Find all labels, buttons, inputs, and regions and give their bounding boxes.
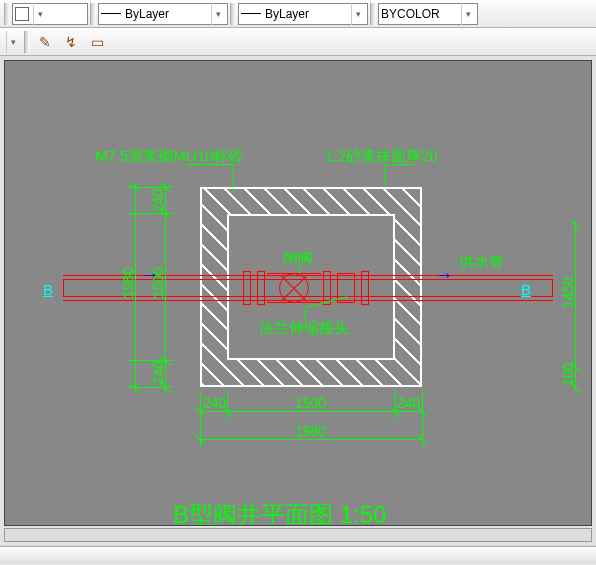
linetype-combo[interactable]: ByLayer ▾ <box>98 3 228 25</box>
layer-iso-icon[interactable]: ▭ <box>86 31 108 53</box>
drawing-canvas[interactable]: M7.5混浆砌MU10标砖 1:2砂浆抹面厚20 闸阀 供水管 法兰伸缩接头 →… <box>4 60 592 526</box>
dim-wall-bot: 240 <box>150 361 166 384</box>
drawing-title: B型阀井平面图 1:50 <box>173 499 386 526</box>
linetype-preview-icon <box>101 13 121 14</box>
dim-right-off: 100 <box>560 363 576 386</box>
color-swatch-icon <box>15 7 29 21</box>
flange <box>361 271 369 305</box>
dim-wall-top: 240 <box>150 189 166 212</box>
valve-label: 闸阀 <box>283 249 313 268</box>
chevron-down-icon: ▾ <box>461 3 475 25</box>
dim-line <box>200 439 422 440</box>
secondary-toolbar: ▾ ✎ ↯ ▭ <box>0 28 596 56</box>
section-marker-left: B <box>43 281 53 298</box>
toolbar-grip[interactable] <box>24 31 30 53</box>
toolbar-grip[interactable] <box>370 3 376 25</box>
dim-right-h: 1450 <box>560 277 576 308</box>
properties-toolbar: ▾ ByLayer ▾ ByLayer ▾ BYCOLOR ▾ <box>0 0 596 28</box>
leader-line <box>305 307 306 321</box>
section-marker-right: B <box>521 281 531 298</box>
lineweight-label: ByLayer <box>265 7 309 21</box>
flange-joint-label: 法兰伸缩接头 <box>259 319 349 338</box>
flange <box>243 271 251 305</box>
chevron-down-icon[interactable]: ▾ <box>6 31 20 53</box>
lineweight-preview-icon <box>241 13 261 14</box>
leader-line <box>385 164 415 165</box>
dim-outer-w: 1980 <box>295 423 326 439</box>
chevron-down-icon: ▾ <box>33 3 47 25</box>
plotstyle-combo[interactable]: BYCOLOR ▾ <box>378 3 478 25</box>
lineweight-combo[interactable]: ByLayer ▾ <box>238 3 368 25</box>
valve-cross-icon <box>281 275 307 301</box>
dim-wall-l: 240 <box>203 395 226 411</box>
layer-walk-icon[interactable]: ↯ <box>60 31 82 53</box>
toolbar-grip[interactable] <box>4 3 10 25</box>
dim-wall-r: 240 <box>397 395 420 411</box>
horizontal-scrollbar[interactable] <box>4 528 592 542</box>
dim-outer-h: 1980 <box>120 267 136 298</box>
annotation-plaster: 1:2砂浆抹面厚20 <box>325 147 438 166</box>
linetype-label: ByLayer <box>125 7 169 21</box>
status-bar <box>0 546 596 564</box>
supply-pipe-label: 供水管 <box>459 253 504 272</box>
layer-states-icon[interactable]: ✎ <box>34 31 56 53</box>
dim-line <box>200 411 422 412</box>
toolbar-grip[interactable] <box>230 3 236 25</box>
color-combo[interactable]: ▾ <box>12 3 88 25</box>
chevron-down-icon: ▾ <box>351 3 365 25</box>
chevron-down-icon: ▾ <box>211 3 225 25</box>
plotstyle-label: BYCOLOR <box>381 7 440 21</box>
leader-line <box>185 164 235 165</box>
dim-inner-w: 1500 <box>295 395 326 411</box>
flow-arrow-icon: → <box>435 265 453 286</box>
dim-inner-h: 1500 <box>150 267 166 298</box>
leader-line <box>299 266 300 274</box>
toolbar-grip[interactable] <box>90 3 96 25</box>
drawing-area-wrap: M7.5混浆砌MU10标砖 1:2砂浆抹面厚20 闸阀 供水管 法兰伸缩接头 →… <box>0 56 596 546</box>
flange <box>257 271 265 305</box>
